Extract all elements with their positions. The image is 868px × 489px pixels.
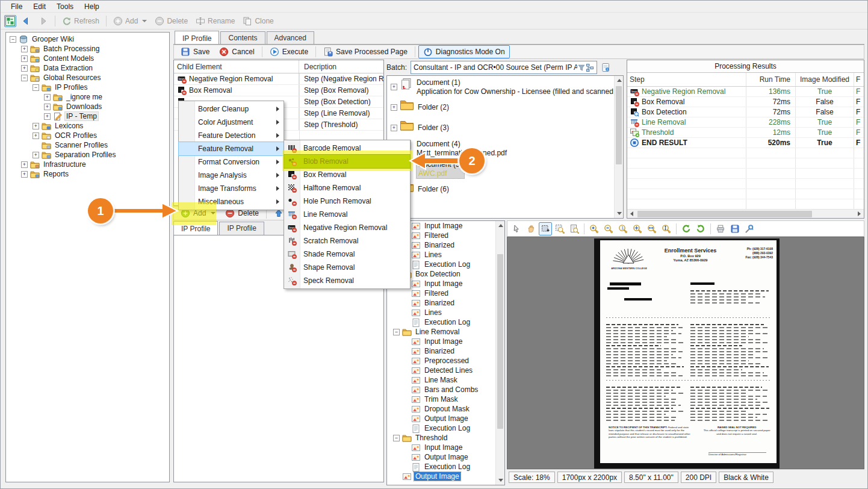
document-info-icon[interactable]: i: [601, 63, 611, 72]
save-processed-page-button[interactable]: Save Processed Page: [319, 46, 412, 58]
clone-button[interactable]: Clone: [240, 15, 276, 26]
diag-item-execution-log[interactable]: Execution Log: [387, 317, 504, 327]
nav-tree-item-data-extraction[interactable]: +Data Extraction: [8, 63, 169, 73]
diag-item-lines[interactable]: Lines: [387, 308, 504, 317]
tree-expander[interactable]: +: [33, 123, 39, 129]
diag-item-output-image[interactable]: Output Image: [387, 452, 504, 462]
tree-expander[interactable]: −: [10, 36, 16, 43]
diag-item-input-image[interactable]: Input Image: [387, 443, 504, 452]
nav-tree-item-content-models[interactable]: +Content Models: [8, 54, 169, 63]
save-image-button[interactable]: [728, 222, 742, 235]
diag-item-preprocessed[interactable]: Preprocessed: [387, 356, 504, 366]
tree-expander[interactable]: +: [33, 132, 39, 139]
results-row[interactable]: Threshold12msTrueF: [627, 128, 864, 138]
delete-button[interactable]: Delete: [152, 15, 191, 27]
hand-button[interactable]: [524, 222, 538, 235]
tree-expander[interactable]: +: [33, 152, 39, 158]
page-preview-button[interactable]: [568, 222, 581, 235]
diag-item-line-mask[interactable]: Line Mask: [387, 375, 504, 385]
tree-sync-icon[interactable]: [4, 15, 16, 27]
submenu-item-halftone-removal[interactable]: Halftone Removal: [284, 181, 410, 195]
save-button[interactable]: Save: [176, 46, 214, 58]
submenu-item-blob-removal[interactable]: Blob Removal: [284, 155, 410, 168]
nav-tree-item-infrastructure[interactable]: +Infrastructure: [8, 160, 169, 169]
nav-tree-item-separation-profiles[interactable]: +Separation Profiles: [8, 150, 169, 160]
image-viewer[interactable]: ARIZONA WESTERN COLLEGEEnrollment Servic…: [507, 237, 864, 469]
tree-expander[interactable]: +: [21, 46, 28, 52]
scroll-thumb[interactable]: [497, 254, 503, 429]
results-hscrollbar[interactable]: [627, 209, 864, 218]
print-button[interactable]: [714, 222, 727, 235]
results-row[interactable]: Line Removal228msTrueF: [627, 117, 864, 128]
scroll-up-button[interactable]: [615, 76, 624, 85]
menu-item-feature-detection[interactable]: Feature Detection: [179, 129, 284, 142]
scroll-down-button[interactable]: [615, 209, 624, 218]
tree-expander[interactable]: +: [391, 104, 397, 111]
results-column-step[interactable]: Step: [627, 73, 746, 86]
nav-tree-item-batch-processing[interactable]: +Batch Processing: [8, 44, 169, 54]
submenu-item-shade-removal[interactable]: Shade Removal: [284, 248, 410, 261]
nav-tree-item-reports[interactable]: +Reports: [8, 169, 169, 179]
batch-item-folder-6-[interactable]: Folder (6): [391, 180, 623, 199]
child-table-row[interactable]: Box RemovalStep (Box Removal): [174, 85, 383, 96]
tab-advanced[interactable]: Advanced: [267, 31, 314, 45]
nav-tree-item-grooper-wiki[interactable]: −Grooper Wiki: [8, 34, 169, 44]
submenu-item-negative-region-removal[interactable]: ImgNegative Region Removal: [284, 221, 410, 234]
batch-dropdown[interactable]: Consultant - IP and OCR•00 Source Set (P…: [411, 61, 597, 74]
diag-item-threshold[interactable]: −Threshold: [387, 433, 504, 443]
image-settings-button[interactable]: [743, 222, 756, 235]
tree-expander[interactable]: −: [393, 435, 400, 441]
menu-item-border-cleanup[interactable]: Border Cleanup: [179, 102, 284, 116]
diag-item-execution-log[interactable]: Execution Log: [387, 423, 504, 433]
batch-item-document-1-[interactable]: +Document (1)Application for Cow Ownersh…: [391, 78, 623, 96]
tree-expander[interactable]: +: [391, 84, 397, 90]
results-column-f[interactable]: F: [854, 75, 863, 84]
scroll-thumb[interactable]: [637, 211, 812, 217]
scroll-down-button[interactable]: [496, 476, 505, 485]
tab-contents[interactable]: Contents: [220, 31, 265, 45]
batch-item-document-5-[interactable]: Document (5)AWC.pdf: [391, 160, 623, 178]
add-child-caret[interactable]: [211, 212, 215, 214]
submenu-item-hole-punch-removal[interactable]: Hole Punch Removal: [284, 195, 410, 208]
batch-item-folder-2-[interactable]: +Folder (2): [391, 98, 623, 117]
zoom-fit-button[interactable]: [631, 222, 644, 235]
zoom-fit-height-button[interactable]: [660, 222, 673, 235]
menubar-item-edit[interactable]: Edit: [28, 1, 51, 12]
rotate-ccw-button[interactable]: [680, 222, 693, 235]
bottom-tab-1[interactable]: IP Profile: [173, 221, 218, 235]
scroll-left-button[interactable]: [627, 210, 636, 219]
zoom-fit-width-button[interactable]: [645, 222, 659, 235]
nav-tree-item-global-resources[interactable]: −Global Resources: [8, 73, 169, 83]
rotate-cw-button[interactable]: [694, 222, 707, 235]
column-header-child-element[interactable]: Child Element: [174, 60, 299, 73]
refresh-button[interactable]: Refresh: [59, 15, 102, 27]
diag-item-dropout-mask[interactable]: Dropout Mask: [387, 404, 504, 414]
pointer-button[interactable]: [510, 222, 523, 235]
tree-expander[interactable]: −: [21, 75, 28, 81]
results-row[interactable]: Box Removal72msFalseF: [627, 97, 864, 107]
execute-button[interactable]: Execute: [265, 46, 312, 58]
batch-item-folder-3-[interactable]: +Folder (3): [391, 119, 623, 137]
menu-item-miscellaneous[interactable]: Miscellaneous: [179, 195, 284, 208]
tree-expander[interactable]: +: [21, 171, 28, 178]
results-row[interactable]: END RESULT520msTrueF: [627, 138, 864, 148]
submenu-item-shape-removal[interactable]: Shape Removal: [284, 261, 410, 274]
child-table-row[interactable]: ImgNegative Region RemovalStep (Negative…: [174, 73, 383, 85]
nav-tree-item-ip-temp[interactable]: +IP - Temp: [8, 111, 169, 121]
submenu-item-line-removal[interactable]: Line Removal: [284, 208, 410, 221]
nav-tree-item-lexicons[interactable]: +Lexicons: [8, 121, 169, 131]
submenu-item-scratch-removal[interactable]: Scratch Removal: [284, 234, 410, 248]
scroll-right-button[interactable]: [855, 210, 864, 219]
tree-expander[interactable]: +: [21, 55, 28, 62]
nav-tree-item-downloads[interactable]: +Downloads: [8, 102, 169, 111]
bottom-tab-2[interactable]: IP Profile: [219, 222, 264, 235]
results-column-run-time[interactable]: Run Time: [746, 73, 796, 86]
column-header-decription[interactable]: Decription: [299, 63, 383, 71]
menu-item-image-analysis[interactable]: Image Analysis: [179, 169, 284, 182]
diag-item-detected-lines[interactable]: Detected Lines: [387, 366, 504, 375]
menubar-item-tools[interactable]: Tools: [51, 1, 79, 12]
diag-item-binarized[interactable]: Binarized: [387, 346, 504, 356]
diag-item-output-image[interactable]: Output Image: [387, 472, 504, 481]
scroll-thumb[interactable]: [616, 86, 622, 164]
nav-tree-item-ip-profiles[interactable]: −IP Profiles: [8, 83, 169, 92]
